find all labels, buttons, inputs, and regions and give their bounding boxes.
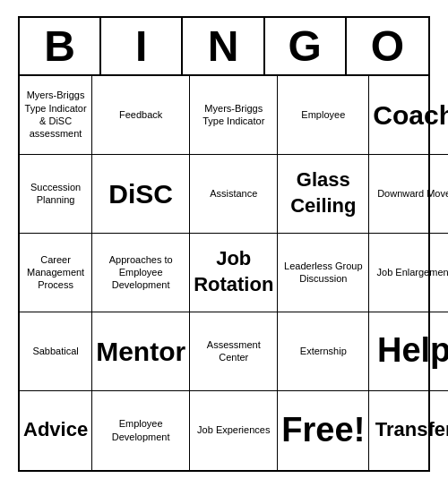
cell-text: Career Management Process <box>23 253 88 292</box>
bingo-cell: Succession Planning <box>20 155 92 234</box>
bingo-cell: Glass Ceiling <box>278 155 369 234</box>
bingo-cell: Mentor <box>92 312 190 391</box>
bingo-header: BINGO <box>20 18 428 76</box>
cell-text: Coach <box>373 98 448 132</box>
cell-text: Employee Development <box>96 417 185 443</box>
cell-text: Downward Move <box>377 187 448 200</box>
cell-text: Free! <box>281 408 365 452</box>
bingo-cell: Sabbatical <box>20 312 92 391</box>
cell-text: Advice <box>23 417 88 443</box>
cell-text: Feedback <box>119 108 162 121</box>
cell-text: Employee <box>301 108 345 121</box>
bingo-cell: Employee <box>278 76 369 155</box>
cell-text: Approaches to Employee Development <box>96 253 185 292</box>
cell-text: DiSC <box>108 176 173 211</box>
cell-text: Myers-Briggs Type Indicator <box>194 102 273 128</box>
cell-text: Myers-Briggs Type Indicator & DiSC asses… <box>23 89 88 140</box>
bingo-cell: Job Enlargement <box>369 234 448 312</box>
bingo-cell: Advice <box>20 391 92 470</box>
header-letter: N <box>183 18 264 74</box>
bingo-cell: Downward Move <box>369 155 448 234</box>
cell-text: Assessment Center <box>194 338 273 364</box>
cell-text: Help <box>377 329 448 372</box>
cell-text: Job Experiences <box>197 423 270 436</box>
header-letter: O <box>347 18 428 74</box>
bingo-cell: Myers-Briggs Type Indicator <box>190 76 278 155</box>
header-letter: I <box>101 18 183 74</box>
bingo-cell: Approaches to Employee Development <box>92 234 190 312</box>
cell-text: Succession Planning <box>23 181 88 207</box>
bingo-cell: Help <box>369 312 448 391</box>
cell-text: Job Rotation <box>194 246 273 297</box>
bingo-cell: Assessment Center <box>190 312 278 391</box>
bingo-cell: Career Management Process <box>20 234 92 312</box>
bingo-cell: Feedback <box>92 76 190 155</box>
bingo-cell: Externship <box>278 312 369 391</box>
bingo-cell: Job Rotation <box>190 234 278 312</box>
cell-text: Sabbatical <box>32 345 78 357</box>
bingo-cell: Free! <box>278 391 369 470</box>
cell-text: Assistance <box>210 187 257 200</box>
bingo-cell: DiSC <box>92 155 190 234</box>
header-letter: B <box>20 18 101 74</box>
cell-text: Glass Ceiling <box>281 167 365 218</box>
bingo-cell: Coach <box>369 76 448 155</box>
cell-text: Mentor <box>96 334 185 369</box>
bingo-cell: Leaderless Group Discussion <box>278 234 369 312</box>
bingo-cell: Myers-Briggs Type Indicator & DiSC asses… <box>20 76 92 155</box>
bingo-cell: Job Experiences <box>190 391 278 470</box>
header-letter: G <box>265 18 347 74</box>
cell-text: Transfer <box>375 417 448 443</box>
bingo-cell: Assistance <box>190 155 278 234</box>
bingo-grid: Myers-Briggs Type Indicator & DiSC asses… <box>20 76 428 470</box>
bingo-cell: Employee Development <box>92 391 190 470</box>
bingo-card: BINGO Myers-Briggs Type Indicator & DiSC… <box>18 16 430 472</box>
bingo-cell: Transfer <box>369 391 448 470</box>
cell-text: Job Enlargement <box>377 266 448 278</box>
cell-text: Leaderless Group Discussion <box>281 260 365 286</box>
cell-text: Externship <box>300 345 347 357</box>
